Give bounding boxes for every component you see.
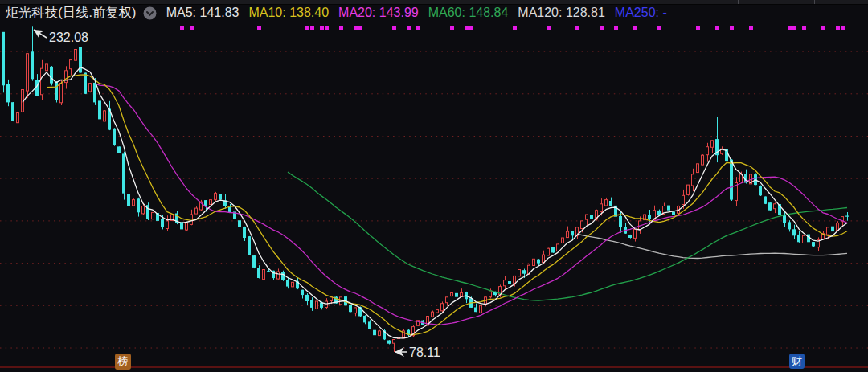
candlestick-series <box>2 26 849 352</box>
candlestick-chart[interactable]: 232.08 78.11 <box>0 0 868 372</box>
toolbar-tick <box>814 0 815 4</box>
ma5-line <box>23 67 847 338</box>
toolbar-tick <box>776 0 776 4</box>
stock-title: 炬光科技(日线.前复权) <box>6 5 137 22</box>
chevron-down-icon[interactable] <box>143 6 157 20</box>
high-annotation-arrow <box>34 30 47 38</box>
rank-badge[interactable]: 榜 <box>115 354 131 370</box>
low-annotation: 78.11 <box>395 345 440 359</box>
ma10-line <box>47 75 847 335</box>
high-annotation: 232.08 <box>34 30 88 44</box>
toolbar-tick <box>738 0 739 4</box>
event-markers <box>180 26 845 30</box>
ma60-legend-item: MA60: 148.84 <box>428 6 509 20</box>
ma20-line <box>95 84 847 325</box>
finance-badge[interactable]: 财 <box>789 354 805 369</box>
high-price-label: 232.08 <box>49 31 88 44</box>
ma20-legend-item: MA20: 143.99 <box>338 6 419 20</box>
ma120-legend-item: MA120: 128.81 <box>518 6 605 20</box>
ma250-legend-item: MA250: - <box>615 6 667 20</box>
ma5-legend-item: MA5: 141.83 <box>166 6 240 20</box>
stock-chart-app: 232.08 78.11 炬光科技(日线.前复权) MA5: 141.83 MA… <box>0 0 868 372</box>
chart-header: 炬光科技(日线.前复权) MA5: 141.83 MA10: 138.40 MA… <box>6 4 667 22</box>
ma-lines <box>23 67 847 338</box>
low-price-label: 78.11 <box>409 345 440 359</box>
ma120-line <box>577 234 847 258</box>
ma10-legend-item: MA10: 138.40 <box>248 6 329 20</box>
